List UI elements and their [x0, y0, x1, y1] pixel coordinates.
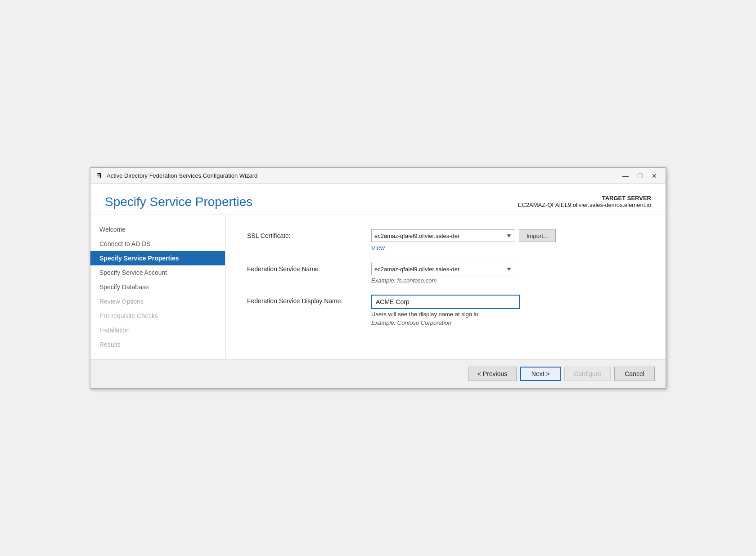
- sidebar-item-connect-ad-ds: Connect to AD DS: [90, 237, 225, 251]
- sidebar-item-installation: Installation: [90, 323, 225, 337]
- sidebar-item-welcome: Welcome: [90, 222, 225, 237]
- page-header: Specify Service Properties TARGET SERVER…: [90, 184, 666, 215]
- federation-display-name-example: Example: Contoso Corporation: [371, 319, 644, 326]
- sidebar-item-review-options: Review Options: [90, 294, 225, 309]
- federation-service-name-row: Federation Service Name: ec2amaz-qfaiel9…: [247, 263, 644, 284]
- sidebar-item-results: Results: [90, 337, 225, 352]
- target-server-info: TARGET SERVER EC2AMAZ-QFAIEL9.olivier.sa…: [518, 195, 651, 208]
- page-title: Specify Service Properties: [105, 195, 252, 209]
- cancel-button[interactable]: Cancel: [614, 367, 655, 381]
- sidebar-item-prereq-checks: Pre-requisite Checks: [90, 309, 225, 323]
- federation-service-name-example: Example: fs.contoso.com: [371, 277, 644, 284]
- ssl-certificate-select[interactable]: ec2amaz-qfaiel9.olivier.sales-der: [371, 229, 515, 242]
- close-button[interactable]: ✕: [648, 171, 661, 181]
- window-controls: — ☐ ✕: [619, 171, 661, 181]
- federation-display-name-label: Federation Service Display Name:: [247, 295, 364, 305]
- federation-display-name-row: Federation Service Display Name: Users w…: [247, 295, 644, 326]
- window-title: Active Directory Federation Services Con…: [107, 172, 615, 179]
- previous-button[interactable]: < Previous: [468, 367, 517, 381]
- import-button[interactable]: Import...: [519, 229, 556, 242]
- ssl-certificate-row: SSL Certificate: ec2amaz-qfaiel9.olivier…: [247, 229, 644, 252]
- view-certificate-link[interactable]: View: [371, 244, 385, 251]
- configure-button: Configure: [564, 367, 611, 381]
- next-button[interactable]: Next >: [520, 367, 561, 381]
- sidebar-item-specify-service-account: Specify Service Account: [90, 265, 225, 280]
- federation-service-name-label: Federation Service Name:: [247, 263, 364, 273]
- maximize-button[interactable]: ☐: [633, 171, 647, 181]
- minimize-button[interactable]: —: [619, 171, 632, 181]
- target-server-label: TARGET SERVER: [518, 195, 651, 202]
- ssl-certificate-label: SSL Certificate:: [247, 229, 364, 239]
- ssl-certificate-controls: ec2amaz-qfaiel9.olivier.sales-der Import…: [371, 229, 644, 252]
- federation-service-name-select[interactable]: ec2amaz-qfaiel9.olivier.sales-der: [371, 263, 515, 275]
- federation-display-name-controls: Users will see the display name at sign …: [371, 295, 644, 326]
- federation-display-name-input[interactable]: [371, 295, 520, 309]
- target-server-value: EC2AMAZ-QFAIEL9.olivier.sales-demos.elem…: [518, 202, 651, 208]
- main-window: 🖥 Active Directory Federation Services C…: [90, 167, 666, 389]
- sidebar-item-specify-service-properties[interactable]: Specify Service Properties: [90, 251, 225, 265]
- sidebar-item-specify-database: Specify Database: [90, 280, 225, 294]
- footer: < Previous Next > Configure Cancel: [90, 359, 666, 388]
- main-form: SSL Certificate: ec2amaz-qfaiel9.olivier…: [225, 215, 666, 359]
- titlebar: 🖥 Active Directory Federation Services C…: [90, 168, 666, 184]
- sidebar: Welcome Connect to AD DS Specify Service…: [90, 215, 225, 359]
- federation-display-name-help: Users will see the display name at sign …: [371, 311, 644, 318]
- content-area: Welcome Connect to AD DS Specify Service…: [90, 215, 666, 359]
- federation-service-name-controls: ec2amaz-qfaiel9.olivier.sales-der Exampl…: [371, 263, 644, 284]
- app-icon: 🖥: [95, 172, 103, 180]
